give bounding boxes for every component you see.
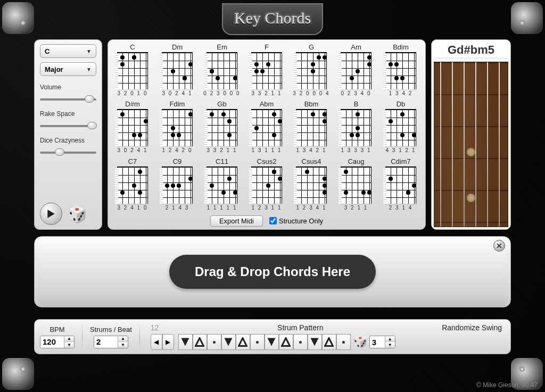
strum-cell[interactable]	[293, 334, 308, 350]
dice-slider[interactable]	[40, 148, 96, 156]
chord-tile[interactable]: Db4 3 1 2 1	[381, 100, 421, 155]
finger-dot	[188, 177, 193, 181]
chord-tile[interactable]: Gb3 3 2 1 1	[202, 100, 242, 155]
pattern-prev[interactable]: ◀	[151, 334, 162, 350]
chord-tile[interactable]: Bdim1 3 4 2	[381, 43, 421, 98]
play-button[interactable]	[40, 203, 62, 225]
strum-cell[interactable]	[250, 334, 265, 350]
strum-cell[interactable]	[221, 334, 236, 350]
strum-cell[interactable]	[178, 334, 193, 350]
strum-cell[interactable]	[336, 334, 351, 350]
chord-fingering: 2 3 1 4	[389, 205, 413, 211]
pattern-number: 12	[151, 323, 159, 332]
finger-dot	[367, 190, 371, 195]
strums-down[interactable]: ▼	[118, 342, 128, 348]
strum-cell[interactable]	[265, 334, 279, 350]
swing-input[interactable]	[370, 336, 385, 348]
finger-dot	[389, 177, 393, 181]
chord-fingering: 1 2 3 4 1	[296, 205, 327, 211]
structure-only-input[interactable]	[269, 217, 277, 224]
chord-tile[interactable]: F3 3 2 1 1	[246, 43, 287, 98]
chord-diagram	[385, 109, 416, 146]
chord-tile[interactable]: C3 2 0 1 0	[112, 43, 153, 98]
chord-tile[interactable]: Am0 2 3 4 0	[336, 43, 376, 98]
finger-dot	[317, 55, 321, 60]
strums-input[interactable]	[94, 336, 118, 348]
chord-tile[interactable]: Dm3 0 2 4 1	[157, 43, 197, 98]
strum-cell[interactable]	[279, 334, 293, 350]
chord-tile[interactable]: D#m3 0 2 4 1	[112, 100, 153, 155]
finger-dot	[278, 177, 282, 181]
guitar-string[interactable]	[464, 62, 465, 227]
chord-tile[interactable]: C92 1 4 3	[157, 157, 197, 212]
finger-dot	[254, 126, 259, 130]
guitar-string[interactable]	[487, 62, 488, 227]
pattern-next[interactable]: ▶	[162, 334, 174, 350]
finger-dot	[138, 133, 142, 137]
chord-tile[interactable]: Bbm1 3 4 2 1	[291, 100, 332, 155]
chord-tile[interactable]: Caug3 2 1 1	[336, 157, 376, 212]
swing-down[interactable]: ▼	[385, 342, 395, 348]
slider-thumb[interactable]	[87, 122, 97, 129]
finger-dot	[177, 133, 181, 137]
rake-slider[interactable]	[40, 122, 96, 129]
strum-cell[interactable]	[207, 334, 221, 350]
randomize-dice-button[interactable]: 🎲	[68, 205, 86, 223]
bpm-up[interactable]: ▲	[64, 336, 74, 342]
finger-dot	[272, 133, 276, 137]
bpm-down[interactable]: ▼	[64, 342, 74, 348]
guitar-string[interactable]	[499, 62, 500, 227]
mode-select[interactable]: Major ▼	[40, 62, 96, 76]
chord-name: Am	[351, 43, 361, 51]
chord-tile[interactable]: Csus41 2 3 4 1	[291, 157, 332, 212]
close-button[interactable]: ✕	[493, 240, 505, 252]
chord-tile[interactable]: Fdim1 2 4 2 0	[157, 100, 197, 155]
divider	[82, 323, 82, 350]
chord-tile[interactable]: Abm1 3 1 1 1	[246, 100, 287, 155]
chord-name: Gb	[217, 100, 226, 108]
finger-dot	[227, 177, 232, 181]
screw-icon	[519, 366, 525, 372]
chord-tile[interactable]: C111 1 1 1 1	[202, 157, 242, 212]
strum-cell[interactable]	[193, 334, 207, 350]
strum-cell[interactable]	[308, 334, 322, 350]
chord-fingering: 1 3 4 2 1	[296, 147, 327, 153]
chord-tile[interactable]: B1 3 3 3 1	[336, 100, 376, 155]
strums-stepper[interactable]: ▲ ▼	[94, 336, 128, 348]
chord-tile[interactable]: G3 2 0 0 0 4	[291, 43, 332, 98]
guitar-string[interactable]	[440, 62, 441, 227]
key-select[interactable]: C ▼	[40, 44, 96, 58]
chord-fingering: 1 3 3 3 1	[341, 147, 371, 153]
play-icon	[47, 210, 55, 218]
export-midi-button[interactable]: Export Midi	[210, 215, 263, 227]
slider-thumb[interactable]	[55, 148, 64, 156]
chord-name: C11	[216, 157, 228, 165]
chord-drop-zone[interactable]: ✕ Drag & Drop Chords Here	[34, 236, 511, 307]
finger-dot	[400, 76, 404, 80]
strums-up[interactable]: ▲	[118, 336, 128, 342]
structure-only-checkbox[interactable]: Structure Only	[269, 217, 323, 225]
corner-plate	[2, 358, 34, 390]
strum-cell[interactable]	[236, 334, 250, 350]
chord-tile[interactable]: Em0 2 3 0 0 0	[202, 43, 242, 98]
chord-tile[interactable]: C73 2 4 1 0	[112, 157, 153, 212]
chord-diagram	[341, 166, 371, 204]
bpm-input[interactable]	[40, 336, 64, 348]
randomize-pattern-button[interactable]: 🎲	[353, 335, 367, 349]
chord-fingering: 3 0 2 4 1	[162, 90, 193, 96]
swing-stepper[interactable]: ▲ ▼	[369, 336, 395, 348]
volume-slider[interactable]	[40, 95, 96, 103]
chord-tile[interactable]: Cdim72 3 1 4	[381, 157, 421, 212]
swing-up[interactable]: ▲	[385, 336, 395, 342]
finger-dot	[311, 112, 315, 116]
guitar-string[interactable]	[452, 62, 453, 227]
guitar-string[interactable]	[475, 62, 476, 227]
finger-dot	[350, 76, 354, 80]
chord-fingering: 1 3 1 1 1	[252, 147, 282, 153]
slider-thumb[interactable]	[85, 95, 94, 103]
bpm-stepper[interactable]: ▲ ▼	[40, 336, 75, 348]
strum-cell[interactable]	[322, 334, 336, 350]
fretboard[interactable]	[434, 62, 508, 227]
finger-dot	[323, 190, 327, 195]
chord-tile[interactable]: Csus21 2 3 1 1	[246, 157, 287, 212]
